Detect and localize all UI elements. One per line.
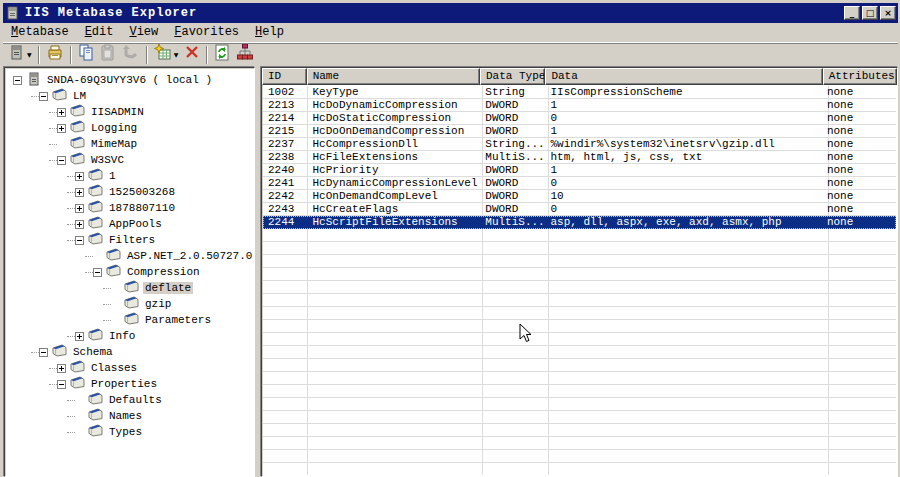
tree-node-gzip[interactable]: gzip bbox=[5, 296, 254, 312]
collapse-minus-icon[interactable] bbox=[75, 236, 84, 245]
property-row-2242[interactable]: 2242HcOnDemandCompLevelDWORD10none bbox=[263, 190, 896, 203]
expand-plus-icon[interactable] bbox=[75, 188, 84, 197]
tree-node-classes[interactable]: Classes bbox=[5, 360, 254, 376]
property-row-2215[interactable]: 2215HcDoOnDemandCompressionDWORD1none bbox=[263, 125, 896, 138]
dropdown-arrow-icon[interactable]: ▼ bbox=[174, 51, 179, 58]
tree-node-label[interactable]: W3SVC bbox=[89, 154, 126, 166]
tree-node-label[interactable]: AppPools bbox=[107, 218, 164, 230]
metabase-key-icon bbox=[70, 136, 85, 152]
expand-plus-icon[interactable] bbox=[75, 172, 84, 181]
tree-node-label[interactable]: LM bbox=[71, 90, 88, 102]
collapse-minus-icon[interactable] bbox=[57, 380, 66, 389]
property-row-2241[interactable]: 2241HcDynamicCompressionLevelDWORD0none bbox=[263, 177, 896, 190]
menu-metabase[interactable]: Metabase bbox=[4, 23, 78, 41]
expand-plus-icon[interactable] bbox=[57, 124, 66, 133]
expand-plus-icon[interactable] bbox=[75, 220, 84, 229]
tree-node-label[interactable]: Classes bbox=[89, 362, 139, 374]
collapse-minus-icon[interactable] bbox=[57, 156, 66, 165]
property-row-2238[interactable]: 2238HcFileExtensionsMultiS...htm, html, … bbox=[263, 151, 896, 164]
tree-node-defaults[interactable]: Defaults bbox=[5, 392, 254, 408]
menu-help[interactable]: Help bbox=[248, 23, 293, 41]
tree-node-apppools[interactable]: AppPools bbox=[5, 216, 254, 232]
expand-plus-icon[interactable] bbox=[75, 332, 84, 341]
tree-node-names[interactable]: Names bbox=[5, 408, 254, 424]
tree-node-label[interactable]: 1 bbox=[107, 170, 118, 182]
tree-node-label[interactable]: MimeMap bbox=[89, 138, 139, 150]
tree-node-label[interactable]: Logging bbox=[89, 122, 139, 134]
property-row-1002[interactable]: 1002KeyTypeStringIIsCompressionSchemenon… bbox=[263, 86, 896, 99]
list-header: IDNameData TypeDataAttributes bbox=[262, 68, 897, 85]
maximize-button[interactable]: □ bbox=[862, 6, 878, 20]
tree-node-label[interactable]: Info bbox=[107, 330, 137, 342]
column-header-data[interactable]: Data bbox=[545, 68, 822, 85]
column-header-attributes[interactable]: Attributes bbox=[823, 68, 897, 85]
property-row-2237[interactable]: 2237HcCompressionDllString...%windir%\sy… bbox=[263, 138, 896, 151]
tree-node-parameters[interactable]: Parameters bbox=[5, 312, 254, 328]
tree-node-1525003268[interactable]: 1525003268 bbox=[5, 184, 254, 200]
tree-node-schema[interactable]: Schema bbox=[5, 344, 254, 360]
tree-node-label[interactable]: Filters bbox=[107, 234, 157, 246]
refresh-button[interactable] bbox=[212, 44, 232, 65]
tree-node-types[interactable]: Types bbox=[5, 424, 254, 440]
tree-node-label[interactable]: deflate bbox=[143, 282, 193, 294]
minimize-button[interactable]: _ bbox=[844, 6, 860, 20]
column-header-data-type[interactable]: Data Type bbox=[480, 68, 545, 85]
tree-node-filters[interactable]: Filters bbox=[5, 232, 254, 248]
tree-node-label[interactable]: SNDA-69Q3UYY3V6 ( local ) bbox=[45, 74, 214, 86]
tree-node-compression[interactable]: Compression bbox=[5, 264, 254, 280]
delete-button[interactable] bbox=[182, 44, 202, 65]
property-row-2243[interactable]: 2243HcCreateFlagsDWORD0none bbox=[263, 203, 896, 216]
tree-node-info[interactable]: Info bbox=[5, 328, 254, 344]
column-header-id[interactable]: ID bbox=[262, 68, 307, 85]
tree-connector-line bbox=[103, 304, 111, 305]
tree-node-label[interactable]: Schema bbox=[71, 346, 115, 358]
property-row-2244[interactable]: 2244HcScriptFileExtensionsMultiS...asp, … bbox=[263, 216, 896, 229]
copy-button[interactable] bbox=[76, 44, 96, 65]
tree-node-deflate[interactable]: deflate bbox=[5, 280, 254, 296]
collapse-minus-icon[interactable] bbox=[13, 76, 22, 85]
collapse-minus-icon[interactable] bbox=[39, 92, 48, 101]
tree-node-label[interactable]: Names bbox=[107, 410, 144, 422]
tree-node-asp-net-2-0-50727-0[interactable]: ASP.NET_2.0.50727.0 bbox=[5, 248, 254, 264]
menu-edit[interactable]: Edit bbox=[78, 23, 123, 41]
view-tree-button[interactable] bbox=[234, 44, 256, 65]
tree-node-label[interactable]: 1878807110 bbox=[107, 202, 177, 214]
tree-node-label[interactable]: 1525003268 bbox=[107, 186, 177, 198]
tree-node-1[interactable]: 1 bbox=[5, 168, 254, 184]
tree-node-label[interactable]: IISADMIN bbox=[89, 106, 146, 118]
tree-node-1878807110[interactable]: 1878807110 bbox=[5, 200, 254, 216]
property-row-2214[interactable]: 2214HcDoStaticCompressionDWORD0none bbox=[263, 112, 896, 125]
tree-node-iisadmin[interactable]: IISADMIN bbox=[5, 104, 254, 120]
dropdown-arrow-icon[interactable]: ▼ bbox=[27, 51, 32, 58]
property-row-2240[interactable]: 2240HcPriorityDWORD1none bbox=[263, 164, 896, 177]
menu-view[interactable]: View bbox=[122, 23, 167, 41]
collapse-minus-icon[interactable] bbox=[39, 348, 48, 357]
tree-node-label[interactable]: Types bbox=[107, 426, 144, 438]
collapse-minus-icon[interactable] bbox=[93, 268, 102, 277]
tree-node-label[interactable]: gzip bbox=[143, 298, 173, 310]
metabase-key-icon bbox=[88, 408, 103, 424]
connect-server-button[interactable]: ▼ bbox=[6, 44, 34, 65]
expand-plus-icon[interactable] bbox=[57, 364, 66, 373]
new-item-button[interactable]: ▼ bbox=[152, 44, 181, 65]
tree-node-properties[interactable]: Properties bbox=[5, 376, 254, 392]
print-button[interactable] bbox=[44, 44, 66, 65]
expand-plus-icon[interactable] bbox=[57, 108, 66, 117]
property-row-2213[interactable]: 2213HcDoDynamicCompressionDWORD1none bbox=[263, 99, 896, 112]
tree-node-lm[interactable]: LM bbox=[5, 88, 254, 104]
tree-node-label[interactable]: Properties bbox=[89, 378, 159, 390]
menu-favorites[interactable]: Favorites bbox=[167, 23, 248, 41]
tree-node-mimemap[interactable]: MimeMap bbox=[5, 136, 254, 152]
tree-node-w3svc[interactable]: W3SVC bbox=[5, 152, 254, 168]
close-button[interactable]: × bbox=[880, 6, 896, 20]
tree-node-logging[interactable]: Logging bbox=[5, 120, 254, 136]
column-header-name[interactable]: Name bbox=[307, 68, 480, 85]
tree-node-label[interactable]: Parameters bbox=[143, 314, 213, 326]
tree-node-snda-69q3uyy3v6-local-[interactable]: SNDA-69Q3UYY3V6 ( local ) bbox=[5, 72, 254, 88]
tree-node-label[interactable]: ASP.NET_2.0.50727.0 bbox=[125, 250, 254, 262]
cell-id: 2214 bbox=[263, 112, 307, 125]
expand-plus-icon[interactable] bbox=[75, 204, 84, 213]
toolbar: ▼▼ bbox=[3, 42, 898, 66]
tree-node-label[interactable]: Compression bbox=[125, 266, 202, 278]
tree-node-label[interactable]: Defaults bbox=[107, 394, 164, 406]
